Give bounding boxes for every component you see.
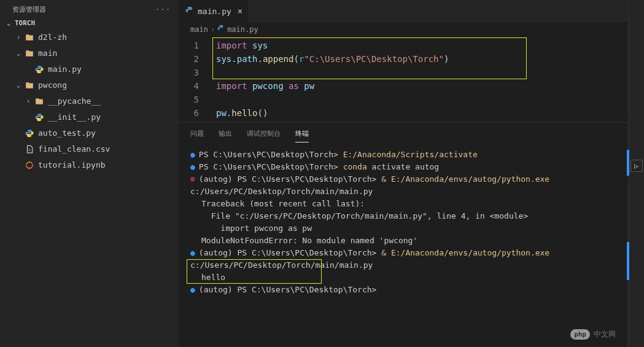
explorer-sidebar: 资源管理器 ··· ⌄ TORCH ›d2l-zh⌄mainmain.py⌄pw… [0,0,179,347]
terminal-line: Traceback (most recent call last): [190,198,617,210]
code-line[interactable]: import pwcong as pw [216,79,628,93]
terminal-line: (autog) PS C:\Users\PC\Desktop\Torch> & … [190,247,617,271]
watermark: php 中文网 [570,329,616,340]
line-number: 4 [179,79,199,93]
watermark-logo: php [570,329,590,340]
line-number: 2 [179,52,199,66]
tree-folder[interactable]: ›__pycache__ [0,93,179,109]
line-number: 3 [179,66,199,79]
terminal-line: import pwcong as pw [190,222,617,235]
code-editor[interactable]: 123456 import syssys.path.append(r"C:\Us… [179,36,628,122]
folder-icon [25,33,34,42]
tree-file[interactable]: auto_test.py [0,125,179,141]
tree-item-label: auto_test.py [38,127,96,140]
terminal-output[interactable]: PS C:\Users\PC\Desktop\Torch> E:/Anacond… [179,142,628,302]
chevron-right-icon: › [15,31,22,44]
line-number: 1 [179,39,199,52]
editor-area: main.py × main › main.py 123456 import s… [179,0,628,347]
chevron-down-icon: ⌄ [15,47,22,60]
code-lines[interactable]: import syssys.path.append(r"C:\Users\PC\… [216,39,628,120]
terminal-line: ModuleNotFoundError: No module named 'pw… [190,235,617,247]
code-line[interactable] [216,66,628,79]
svg-point-2 [220,26,220,26]
scroll-marker [627,150,629,176]
line-gutter: 123456 [179,39,210,120]
tree-item-label: main.py [48,63,82,76]
code-line[interactable] [216,93,628,106]
svg-point-0 [26,162,33,169]
project-name: TORCH [15,19,35,27]
tab-problems[interactable]: 问题 [190,127,204,142]
watermark-text: 中文网 [594,329,616,340]
tree-file[interactable]: final_clean.csv [0,141,179,157]
tree-folder[interactable]: ⌄main [0,45,179,61]
tree-item-label: d2l-zh [38,31,67,44]
code-line[interactable]: sys.path.append(r"C:\Users\PC\Desktop\To… [216,52,628,66]
tab-main-py[interactable]: main.py × [179,0,249,22]
svg-point-1 [188,7,188,8]
code-line[interactable]: import sys [216,39,628,52]
python-icon [25,128,34,138]
line-number: 6 [179,106,199,120]
folder-icon [25,49,34,58]
tab-label: main.py [198,7,231,16]
file-tree: ›d2l-zh⌄mainmain.py⌄pwcong›__pycache____… [0,29,179,173]
tree-item-label: tutorial.ipynb [38,158,106,172]
jupyter-icon [25,160,34,170]
breadcrumb-seg[interactable]: main [190,25,208,34]
terminal-line: (autog) PS C:\Users\PC\Desktop\Torch> [190,284,617,296]
code-line[interactable]: pw.hello() [216,106,628,120]
chevron-right-icon: › [25,95,32,108]
python-icon [217,25,225,34]
folder-icon [25,80,34,90]
breadcrumb-seg[interactable]: main.py [227,25,258,34]
python-icon [34,64,44,74]
explorer-title: 资源管理器 [12,5,46,14]
close-icon[interactable]: × [238,6,242,16]
tab-output[interactable]: 输出 [219,127,232,142]
scroll-marker [627,242,629,280]
terminal-line: (autog) PS C:\Users\PC\Desktop\Torch> & … [190,173,617,198]
chevron-right-icon: › [211,25,215,34]
tree-item-label: __init__.py [48,111,101,124]
panel-tabs: 问题 输出 调试控制台 终端 [179,123,628,142]
tree-file[interactable]: __init__.py [0,109,179,125]
more-actions-icon[interactable]: ··· [155,6,171,14]
project-root[interactable]: ⌄ TORCH [0,17,179,29]
chevron-down-icon: ⌄ [5,20,12,26]
tab-terminal[interactable]: 终端 [295,127,309,142]
tab-debug-console[interactable]: 调试控制台 [247,127,281,142]
tree-file[interactable]: main.py [0,61,179,77]
tree-item-label: main [38,47,57,60]
tree-file[interactable]: tutorial.ipynb [0,157,179,173]
tree-item-label: pwcong [38,79,67,92]
tree-item-label: __pycache__ [48,95,101,108]
chevron-down-icon: ⌄ [15,79,22,92]
file-icon [25,144,34,154]
terminal-line: PS C:\Users\PC\Desktop\Torch> E:/Anacond… [190,149,617,161]
terminal-run-icon[interactable]: ▷ [630,160,643,172]
explorer-header: 资源管理器 ··· [0,0,179,17]
line-number: 5 [179,93,199,106]
python-icon [34,112,44,122]
tree-folder[interactable]: ⌄pwcong [0,77,179,93]
tab-bar: main.py × [179,0,628,22]
folder-icon [34,96,44,106]
right-toolbar: ▷ [628,0,644,347]
terminal-line: hello [190,271,617,284]
breadcrumb[interactable]: main › main.py [179,22,628,36]
tree-item-label: final_clean.csv [38,142,110,156]
bottom-panel: 问题 输出 调试控制台 终端 PS C:\Users\PC\Desktop\To… [179,122,628,347]
terminal-line: PS C:\Users\PC\Desktop\Torch> conda acti… [190,161,617,173]
tree-folder[interactable]: ›d2l-zh [0,29,179,45]
terminal-line: File "c:/Users/PC/Desktop/Torch/main/mai… [190,210,617,222]
python-icon [185,6,194,17]
